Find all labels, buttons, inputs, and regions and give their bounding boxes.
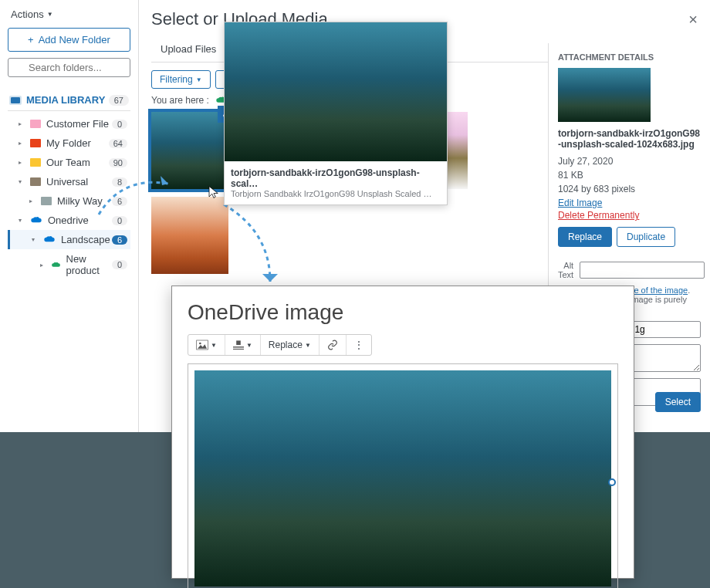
alt-text-label: Alt Text bbox=[558, 261, 573, 279]
actions-dropdown[interactable]: Actions bbox=[8, 7, 56, 22]
svg-rect-3 bbox=[11, 97, 20, 103]
replace-button[interactable]: Replace bbox=[558, 227, 612, 247]
link-icon bbox=[327, 340, 338, 350]
folder-icon bbox=[30, 120, 41, 128]
caret-icon: ▸ bbox=[19, 159, 25, 166]
sidebar-item-my-folder[interactable]: ▸My Folder64 bbox=[8, 133, 130, 153]
library-icon bbox=[9, 96, 22, 105]
editor-window: OneDrive image ▼ ▼ Replace ▼ ⋮ bbox=[171, 286, 634, 579]
onedrive-icon bbox=[43, 235, 56, 244]
caret-icon: ▸ bbox=[19, 120, 25, 127]
folder-label: Onedrive bbox=[48, 215, 89, 226]
folder-icon bbox=[30, 177, 41, 186]
sidebar-item-landscape[interactable]: ▾Landscape6 bbox=[8, 230, 130, 249]
details-filename: torbjorn-sandbakk-irzO1gonG98-unsplash-s… bbox=[558, 128, 701, 150]
tab-upload-files[interactable]: Upload Files bbox=[151, 37, 225, 62]
svg-rect-8 bbox=[233, 349, 244, 350]
folder-count: 64 bbox=[109, 139, 127, 148]
folder-label: Landscape bbox=[61, 234, 110, 245]
chevron-down-icon: ▼ bbox=[211, 342, 217, 349]
chevron-down-icon: ▼ bbox=[196, 76, 202, 83]
onedrive-icon bbox=[30, 216, 42, 225]
folder-count: 6 bbox=[112, 235, 127, 245]
folder-icon bbox=[30, 139, 41, 147]
plus-icon: + bbox=[28, 34, 34, 46]
editor-toolbar: ▼ ▼ Replace ▼ ⋮ bbox=[188, 334, 372, 356]
folder-count: 90 bbox=[109, 158, 127, 167]
sidebar-item-customer-file[interactable]: ▸Customer File0 bbox=[8, 114, 130, 133]
folder-count: 0 bbox=[112, 120, 127, 129]
folder-label: Our Team bbox=[46, 157, 90, 168]
details-dimensions: 1024 by 683 pixels bbox=[558, 182, 701, 196]
duplicate-button[interactable]: Duplicate bbox=[617, 227, 675, 247]
link-button[interactable] bbox=[320, 335, 347, 355]
chevron-down-icon: ▼ bbox=[305, 342, 311, 349]
folder-label: Universal bbox=[46, 176, 88, 188]
caret-icon: ▾ bbox=[32, 236, 38, 243]
edit-image-link[interactable]: Edit Image bbox=[558, 198, 701, 208]
drag-arrow-icon bbox=[216, 201, 293, 293]
replace-dropdown[interactable]: Replace ▼ bbox=[261, 335, 320, 355]
chevron-down-icon: ▼ bbox=[246, 342, 252, 349]
resize-handle[interactable] bbox=[608, 478, 616, 486]
drag-arrow-icon bbox=[91, 168, 184, 222]
media-library-header[interactable]: MEDIA LIBRARY bbox=[9, 94, 105, 106]
alt-text-input[interactable] bbox=[580, 262, 705, 279]
select-button[interactable]: Select bbox=[655, 392, 701, 412]
tooltip-subtitle: Torbjorn Sandbakk IrzO1gonG98 Unsplash S… bbox=[231, 189, 441, 198]
details-size: 81 KB bbox=[558, 168, 701, 182]
details-thumbnail bbox=[558, 68, 651, 122]
library-count: 67 bbox=[109, 95, 129, 106]
folder-label: My Folder bbox=[46, 137, 91, 149]
sidebar-item-new-product[interactable]: ▸New product0 bbox=[8, 249, 130, 280]
svg-rect-6 bbox=[236, 340, 241, 345]
svg-point-5 bbox=[199, 343, 201, 345]
caret-icon: ▸ bbox=[19, 140, 25, 147]
tooltip-image bbox=[225, 22, 447, 161]
svg-rect-7 bbox=[233, 346, 244, 347]
image-icon bbox=[196, 340, 208, 350]
more-button[interactable]: ⋮ bbox=[347, 335, 371, 355]
caret-icon: ▾ bbox=[19, 217, 25, 224]
folder-icon bbox=[41, 197, 52, 205]
folder-label: Customer File bbox=[46, 118, 109, 130]
folder-count: 0 bbox=[112, 260, 127, 269]
search-folders-input[interactable] bbox=[8, 58, 130, 77]
tooltip-title: torbjorn-sandbakk-irzO1gonG98-unsplash-s… bbox=[231, 167, 441, 189]
breadcrumb-label: You are here : bbox=[151, 95, 209, 106]
align-icon bbox=[233, 340, 244, 350]
caret-icon: ▸ bbox=[29, 198, 36, 204]
add-new-folder-button[interactable]: + Add New Folder bbox=[8, 28, 130, 52]
folder-icon bbox=[30, 158, 41, 167]
caret-icon: ▸ bbox=[40, 262, 46, 269]
kebab-icon: ⋮ bbox=[354, 340, 363, 350]
editor-title: OneDrive image bbox=[188, 300, 618, 325]
preview-tooltip: torbjorn-sandbakk-irzO1gonG98-unsplash-s… bbox=[224, 22, 448, 205]
caret-icon: ▾ bbox=[19, 178, 25, 185]
details-header: ATTACHMENT DETAILS bbox=[558, 52, 701, 62]
image-block-button[interactable]: ▼ bbox=[188, 335, 225, 355]
align-button[interactable]: ▼ bbox=[225, 335, 261, 355]
add-folder-label: Add New Folder bbox=[39, 34, 110, 46]
cursor-icon bbox=[207, 185, 221, 202]
editor-image bbox=[194, 370, 611, 586]
close-icon[interactable]: × bbox=[688, 11, 698, 29]
details-date: July 27, 2020 bbox=[558, 154, 701, 168]
delete-permanently-link[interactable]: Delete Permanently bbox=[558, 210, 701, 221]
onedrive-icon bbox=[51, 261, 61, 269]
filtering-button[interactable]: Filtering ▼ bbox=[151, 70, 211, 89]
editor-image-wrap[interactable] bbox=[188, 363, 618, 588]
folder-label: New product bbox=[66, 253, 112, 276]
